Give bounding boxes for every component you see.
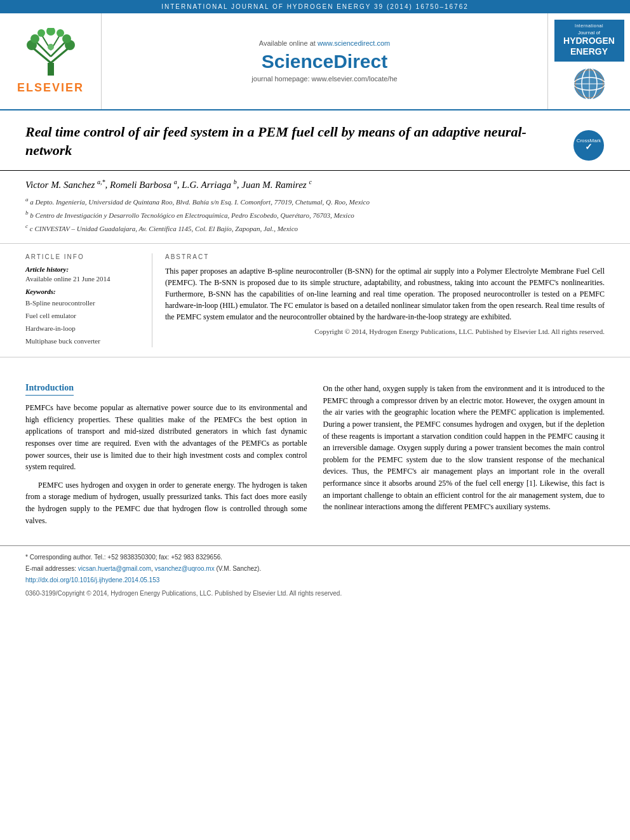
article-info-col: ARTICLE INFO Article history: Available … [25,253,152,347]
svg-text:✓: ✓ [585,142,593,152]
spacer [0,357,630,370]
article-title-text: Real time control of air feed system in … [25,123,566,159]
hydrogen-globe-icon [570,65,608,103]
elsevier-tree-icon [19,28,83,79]
introduction-title: Introduction [25,383,74,396]
email1-link[interactable]: vicsan.huerta@gmail.com [78,565,151,572]
abstract-heading: ABSTRACT [165,253,605,260]
keywords-list: B-Spline neurocontroller Fuel cell emula… [25,297,142,347]
keywords-label: Keywords: [25,288,142,295]
doi-note: http://dx.doi.org/10.1016/j.ijhydene.201… [25,575,605,585]
svg-point-14 [48,44,54,50]
two-col-section: ARTICLE INFO Article history: Available … [0,244,630,357]
body-right-col: On the other hand, oxygen supply is take… [323,383,605,533]
affiliation-b: b b Centro de Investigación y Desarrollo… [25,209,605,220]
author-ramirez: Juan M. Ramirez c [241,180,312,190]
right-paragraph-1: On the other hand, oxygen supply is take… [323,383,605,513]
article-title-section: Real time control of air feed system in … [0,110,630,171]
body-left-col: Introduction PEMFCs have become popular … [25,383,307,533]
journal-header-bar: INTERNATIONAL JOURNAL OF HYDROGEN ENERGY… [0,0,630,13]
hydrogen-intl: International [560,23,619,29]
elsevier-logo-block: ELSEVIER [0,13,102,109]
email2-link[interactable]: vsanchez@uqroo.mx [155,565,215,572]
article-info-heading: ARTICLE INFO [25,253,142,260]
keyword-1: B-Spline neurocontroller [25,297,142,310]
keyword-4: Multiphase buck converter [25,335,142,348]
abstract-col: ABSTRACT This paper proposes an adaptive… [165,253,605,347]
available-online-text: Available online at www.sciencedirect.co… [259,39,390,47]
keyword-2: Fuel cell emulator [25,310,142,323]
authors-section: Victor M. Sanchez a,*, Romeli Barbosa a,… [0,171,630,244]
article-title: Real time control of air feed system in … [25,123,566,159]
footer-bottom: 0360-3199/Copyright © 2014, Hydrogen Ene… [25,590,605,597]
svg-rect-0 [48,63,54,76]
elsevier-wordmark: ELSEVIER [17,81,84,95]
sciencedirect-title: ScienceDirect [262,51,387,72]
doi-link[interactable]: http://dx.doi.org/10.1016/j.ijhydene.201… [25,577,159,583]
hydrogen-name: HYDROGEN [560,36,619,46]
body-content: Introduction PEMFCs have become popular … [0,370,630,545]
center-header: Available online at www.sciencedirect.co… [102,13,547,109]
article-history-label: Article history: [25,265,142,273]
intro-paragraph-2: PEMFC uses hydrogen and oxygen in order … [25,479,307,526]
abstract-copyright: Copyright © 2014, Hydrogen Energy Public… [165,328,605,335]
abstract-text: This paper proposes an adaptive B-spline… [165,265,605,323]
svg-point-11 [37,29,45,37]
hydrogen-energy: ENERGY [560,46,619,58]
keyword-3: Hardware-in-loop [25,323,142,335]
footer-section: * Corresponding author. Tel.: +52 983835… [0,545,630,603]
authors-line: Victor M. Sanchez a,*, Romeli Barbosa a,… [25,178,605,190]
svg-line-1 [32,47,51,63]
author-arriaga: L.G. Arriaga b [182,180,236,190]
svg-point-10 [62,34,71,43]
svg-line-2 [51,47,70,63]
hydrogen-logo-block: International Journal of HYDROGEN ENERGY [547,13,630,109]
svg-point-12 [57,29,64,37]
intro-paragraph-1: PEMFCs have become popular as alternativ… [25,402,307,473]
author-romeli: Romeli Barbosa a [110,180,177,190]
affiliation-c: c c CINVESTAV – Unidad Guadalajara, Av. … [25,222,605,234]
article-available-date: Available online 21 June 2014 [25,275,142,283]
email-note: E-mail addresses: vicsan.huerta@gmail.co… [25,564,605,573]
journal-header: ELSEVIER Available online at www.science… [0,13,630,110]
affiliation-a: a a Depto. Ingeniería, Universidad de Qu… [25,196,605,207]
author-victor: Victor M. Sanchez a,* [25,180,105,190]
svg-point-13 [46,28,55,36]
crossmark-badge: CrossMark ✓ [573,130,605,164]
crossmark-icon: CrossMark ✓ [573,130,605,161]
svg-point-9 [30,34,39,43]
sciencedirect-url[interactable]: www.sciencedirect.com [318,39,390,47]
journal-citation: INTERNATIONAL JOURNAL OF HYDROGEN ENERGY… [161,3,469,10]
journal-homepage: journal homepage: www.elsevier.com/locat… [251,75,397,83]
corresponding-author-note: * Corresponding author. Tel.: +52 983835… [25,552,605,562]
hydrogen-badge: International Journal of HYDROGEN ENERGY [554,20,624,62]
